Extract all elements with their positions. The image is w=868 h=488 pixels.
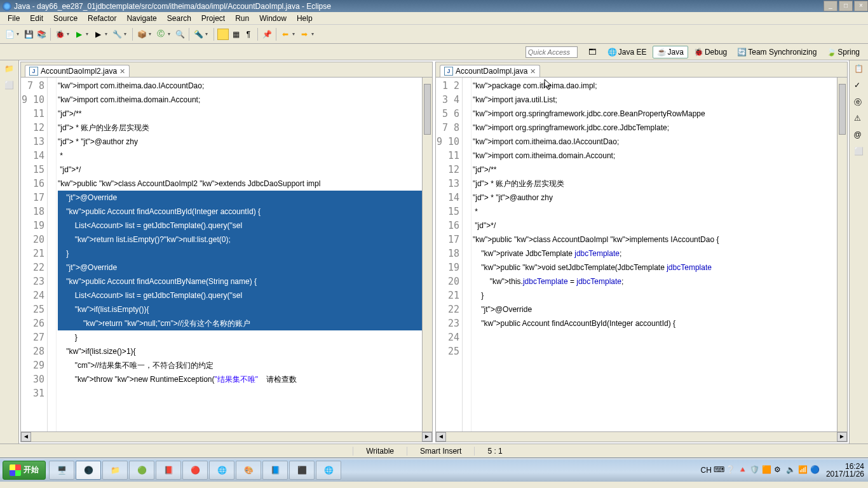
package-explorer-icon[interactable]: 📁 bbox=[4, 64, 15, 74]
tray-icon[interactable]: 🔺 bbox=[738, 465, 748, 475]
back-icon[interactable]: ⬅ bbox=[280, 29, 291, 40]
tray-icon[interactable]: ⌨ bbox=[714, 465, 724, 475]
search-icon[interactable]: 🔦 bbox=[193, 29, 204, 40]
tray-icon[interactable]: 🔈 bbox=[786, 465, 796, 475]
restore-icon[interactable]: ⬜ bbox=[4, 81, 15, 91]
new-class-icon[interactable]: Ⓒ bbox=[155, 29, 166, 40]
fold-gutter-left[interactable] bbox=[48, 78, 57, 431]
quick-access-input[interactable] bbox=[526, 46, 578, 58]
menu-window[interactable]: Window bbox=[254, 13, 292, 24]
clock-time: 16:24 bbox=[826, 463, 864, 470]
clock-date: 2017/11/26 bbox=[826, 470, 864, 478]
menu-run[interactable]: Run bbox=[230, 13, 254, 24]
menu-navigate[interactable]: Navigate bbox=[121, 13, 161, 24]
menu-help[interactable]: Help bbox=[292, 13, 318, 24]
outline-icon[interactable]: 📋 bbox=[854, 64, 864, 74]
status-insert: Smart Insert bbox=[407, 447, 474, 456]
window-title: Java - day66_ee287_01jdbctemplate/src/co… bbox=[14, 2, 331, 11]
tray-icon[interactable]: 📶 bbox=[798, 465, 808, 475]
code-content-right[interactable]: "kw">package com.itheima.dao.impl;"kw">i… bbox=[471, 78, 837, 431]
minimize-button[interactable]: _ bbox=[824, 1, 837, 11]
taskbar-word[interactable]: 📘 bbox=[262, 461, 288, 480]
save-all-icon[interactable]: 📚 bbox=[36, 29, 47, 40]
maximize-button[interactable]: □ bbox=[839, 1, 853, 11]
open-perspective-button[interactable]: 🗔 bbox=[584, 46, 602, 58]
menu-edit[interactable]: Edit bbox=[25, 13, 48, 24]
external-tools-icon[interactable]: 🔧 bbox=[111, 29, 123, 40]
start-button[interactable]: 开始 bbox=[3, 461, 46, 480]
vscrollbar-right[interactable] bbox=[837, 78, 847, 431]
eclipse-icon bbox=[3, 2, 11, 11]
pin-icon[interactable]: 📌 bbox=[261, 29, 273, 40]
perspective-team[interactable]: 🔄Team Synchronizing bbox=[733, 46, 821, 58]
taskbar-app3[interactable]: 🔴 bbox=[182, 461, 208, 480]
menu-refactor[interactable]: Refactor bbox=[83, 13, 121, 24]
right-trim: 📋 ✓ ⓔ ⚠ @ ⬜ bbox=[849, 60, 868, 444]
tray-icon[interactable]: 🛡️ bbox=[750, 465, 760, 475]
hscrollbar-right[interactable]: ◄► bbox=[436, 431, 847, 442]
open-type-icon[interactable]: 🔍 bbox=[174, 29, 186, 40]
tab-accountdaoimpl[interactable]: J AccountDaoImpl.java ✕ bbox=[440, 65, 540, 77]
fold-gutter-right[interactable] bbox=[463, 78, 471, 431]
toggle-mark-icon[interactable] bbox=[217, 29, 229, 40]
task-list-icon[interactable]: ✓ bbox=[854, 81, 864, 91]
declaration-icon[interactable]: ⬜ bbox=[854, 147, 864, 157]
tab-row-left: J AccountDaoImpl2.java ✕ bbox=[21, 62, 432, 78]
save-icon[interactable]: 💾 bbox=[23, 29, 34, 40]
java-file-icon: J bbox=[444, 67, 453, 76]
taskbar-chrome[interactable]: 🌐 bbox=[209, 461, 234, 480]
vscrollbar-left[interactable] bbox=[422, 78, 432, 431]
editor-left: J AccountDaoImpl2.java ✕ 7 8 9 10 11 12 … bbox=[20, 62, 433, 442]
run-icon[interactable]: ▶ bbox=[73, 29, 85, 40]
expressions-icon[interactable]: ⓔ bbox=[854, 97, 864, 107]
menu-project[interactable]: Project bbox=[196, 13, 230, 24]
debug-icon[interactable]: 🐞 bbox=[54, 29, 65, 40]
close-tab-icon[interactable]: ✕ bbox=[530, 67, 536, 76]
run-last-icon[interactable]: ▶ bbox=[92, 29, 104, 40]
tab-accountdaoimpl2[interactable]: J AccountDaoImpl2.java ✕ bbox=[25, 65, 130, 77]
menu-file[interactable]: File bbox=[3, 13, 25, 24]
new-icon[interactable]: 📄 bbox=[4, 29, 15, 40]
problems-icon[interactable]: ⚠ bbox=[854, 114, 864, 124]
editor-right: J AccountDaoImpl.java ✕ 1 2 3 4 5 6 7 8 … bbox=[435, 62, 848, 442]
left-trim: 📁 ⬜ bbox=[0, 60, 19, 444]
toggle-ws-icon[interactable]: ¶ bbox=[243, 29, 254, 40]
close-button[interactable]: × bbox=[854, 1, 868, 11]
start-label: 开始 bbox=[24, 464, 39, 475]
perspective-javaee[interactable]: 🌐Java EE bbox=[603, 46, 651, 58]
toggle-block-icon[interactable]: ▦ bbox=[230, 29, 241, 40]
taskbar-app4[interactable]: 🎨 bbox=[236, 461, 261, 480]
javadoc-icon[interactable]: @ bbox=[854, 130, 864, 140]
windows-taskbar: 开始 🖥️ 🌑 📁 🟢 📕 🔴 🌐 🎨 📘 ⬛ 🌐 CH ⌨ ❔ 🔺 🛡️ 🟧 … bbox=[0, 458, 868, 482]
forward-icon[interactable]: ➡ bbox=[299, 29, 310, 40]
work-area: 📁 ⬜ J AccountDaoImpl2.java ✕ 7 8 9 10 11… bbox=[0, 60, 868, 444]
menu-search[interactable]: Search bbox=[162, 13, 196, 24]
status-bar: Writable Smart Insert 5 : 1 bbox=[0, 444, 868, 458]
taskbar-explorer[interactable]: 📁 bbox=[102, 461, 128, 480]
hscrollbar-left[interactable]: ◄► bbox=[21, 431, 432, 442]
taskbar-eclipse[interactable]: 🌑 bbox=[76, 461, 101, 480]
perspective-java[interactable]: ☕Java bbox=[653, 46, 688, 58]
java-file-icon: J bbox=[29, 67, 38, 76]
clock[interactable]: 16:24 2017/11/26 bbox=[822, 463, 864, 478]
taskbar-desktop[interactable]: 🖥️ bbox=[49, 461, 74, 480]
perspective-spring[interactable]: 🍃Spring bbox=[822, 46, 864, 58]
taskbar-cmd[interactable]: ⬛ bbox=[289, 461, 315, 480]
window-controls: _ □ × bbox=[822, 1, 868, 11]
tray-icon[interactable]: 🔵 bbox=[810, 465, 820, 475]
perspective-debug[interactable]: 🐞Debug bbox=[689, 46, 731, 58]
code-content-left[interactable]: "kw">import com.itheima.dao.IAccountDao;… bbox=[57, 78, 422, 431]
code-left[interactable]: 7 8 9 10 11 12 13 14 15 16 17 18 19 20 2… bbox=[21, 78, 432, 431]
code-right[interactable]: 1 2 3 4 5 6 7 8 9 10 11 12 13 14 15 16 1… bbox=[436, 78, 847, 431]
new-package-icon[interactable]: 📦 bbox=[136, 29, 147, 40]
tray-icon[interactable]: ⚙ bbox=[774, 465, 784, 475]
taskbar-app1[interactable]: 🟢 bbox=[129, 461, 154, 480]
tray-icon[interactable]: ❔ bbox=[726, 465, 736, 475]
ime-indicator[interactable]: CH bbox=[701, 466, 712, 475]
tray-icon[interactable]: 🟧 bbox=[762, 465, 772, 475]
taskbar-chrome2[interactable]: 🌐 bbox=[316, 461, 341, 480]
menu-source[interactable]: Source bbox=[48, 13, 83, 24]
taskbar-app2[interactable]: 📕 bbox=[156, 461, 181, 480]
close-tab-icon[interactable]: ✕ bbox=[119, 67, 125, 76]
tab-label: AccountDaoImpl2.java bbox=[41, 67, 117, 76]
